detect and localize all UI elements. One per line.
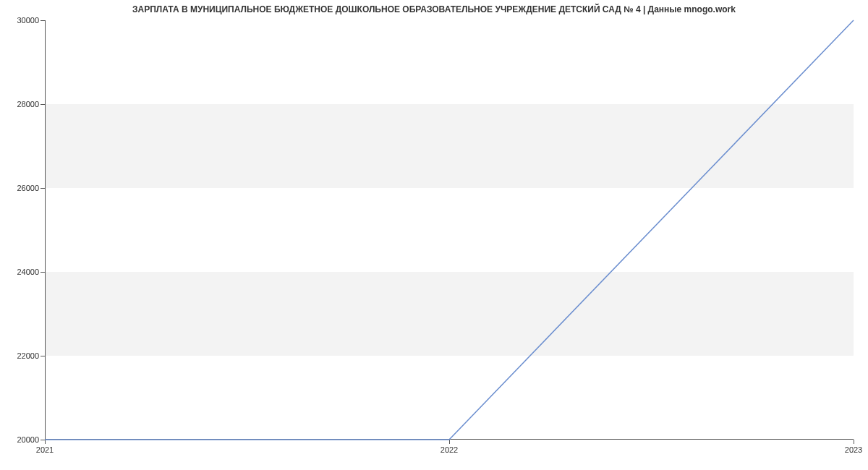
y-tick-label: 22000 — [17, 351, 39, 360]
x-tick-label: 2021 — [36, 445, 54, 454]
chart-title: ЗАРПЛАТА В МУНИЦИПАЛЬНОЕ БЮДЖЕТНОЕ ДОШКО… — [0, 4, 868, 14]
y-tick-label: 28000 — [17, 100, 39, 108]
x-tick-label: 2023 — [845, 445, 862, 454]
line-layer — [45, 20, 854, 440]
y-tick-label: 24000 — [17, 268, 39, 276]
y-tick-label: 26000 — [17, 184, 39, 192]
plot-area: 200002200024000260002800030000 202120222… — [45, 20, 854, 440]
series-line-salary — [45, 20, 854, 440]
x-tick — [45, 440, 46, 444]
x-tick — [449, 440, 450, 444]
x-tick-label: 2022 — [441, 445, 458, 454]
chart-container: ЗАРПЛАТА В МУНИЦИПАЛЬНОЕ БЮДЖЕТНОЕ ДОШКО… — [0, 0, 868, 470]
x-tick — [854, 440, 854, 444]
y-tick-label: 20000 — [17, 435, 39, 444]
y-tick-label: 30000 — [17, 16, 39, 25]
